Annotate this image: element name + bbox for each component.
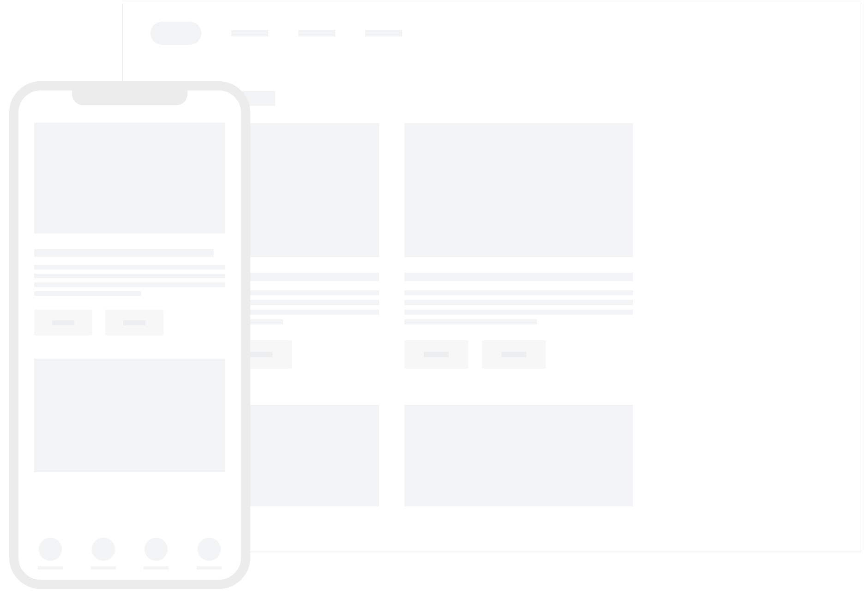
text-line-placeholder: [34, 282, 225, 287]
card-image-placeholder: [34, 359, 225, 472]
card-button-placeholder[interactable]: [404, 340, 468, 369]
tabbar-icon-placeholder: [198, 538, 221, 561]
text-line-placeholder: [34, 291, 141, 296]
phone-notch: [72, 90, 187, 105]
mobile-phone-wireframe: [9, 81, 250, 589]
text-line-placeholder: [404, 300, 633, 305]
tabbar-icon-placeholder: [39, 538, 62, 561]
card-button-placeholder[interactable]: [482, 340, 546, 369]
card-text-placeholder: [34, 265, 225, 296]
tabbar-icon-placeholder: [92, 538, 115, 561]
tabbar-item[interactable]: [144, 538, 169, 570]
content-card: [404, 405, 633, 506]
card-text-placeholder: [404, 290, 633, 324]
card-image-placeholder: [404, 123, 633, 257]
tabbar-label-placeholder: [91, 566, 116, 570]
phone-tabbar: [34, 528, 225, 570]
card-button-row: [34, 310, 225, 336]
card-heading-placeholder: [404, 273, 633, 281]
tabbar-label-placeholder: [144, 566, 169, 570]
button-label-placeholder: [123, 320, 145, 325]
tabbar-item[interactable]: [38, 538, 63, 570]
text-line-placeholder: [404, 290, 633, 295]
tabbar-label-placeholder: [38, 566, 63, 570]
nav-logo-placeholder[interactable]: [151, 22, 201, 45]
phone-content: [34, 123, 225, 570]
text-line-placeholder: [404, 319, 537, 324]
tabbar-item[interactable]: [91, 538, 116, 570]
nav-link-placeholder[interactable]: [298, 30, 335, 36]
tabbar-label-placeholder: [197, 566, 222, 570]
card-row: [151, 405, 833, 506]
text-line-placeholder: [34, 274, 225, 278]
card-button-placeholder[interactable]: [105, 310, 163, 336]
card-row: [151, 123, 833, 369]
nav-link-placeholder[interactable]: [231, 30, 268, 36]
tabbar-item[interactable]: [197, 538, 222, 570]
tabbar-icon-placeholder: [145, 538, 168, 561]
nav-link-placeholder[interactable]: [365, 30, 402, 36]
card-heading-placeholder: [34, 249, 214, 257]
card-button-placeholder[interactable]: [34, 310, 92, 336]
card-image-placeholder: [404, 405, 633, 506]
card-image-placeholder: [34, 123, 225, 234]
button-label-placeholder: [501, 352, 526, 357]
phone-scroll-area[interactable]: [34, 123, 225, 528]
button-label-placeholder: [424, 352, 449, 357]
text-line-placeholder: [34, 265, 225, 270]
card-button-row: [404, 340, 633, 369]
button-label-placeholder: [52, 320, 74, 325]
text-line-placeholder: [404, 310, 633, 315]
content-card: [404, 123, 633, 369]
desktop-nav: [123, 3, 861, 59]
button-label-placeholder: [247, 352, 272, 357]
